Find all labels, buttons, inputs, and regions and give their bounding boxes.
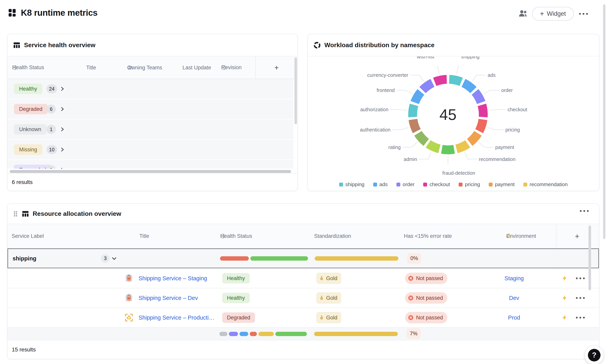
donut-slice-ads[interactable] <box>462 79 477 93</box>
legend-item-shipping[interactable]: shipping <box>339 182 364 187</box>
standardization-bar <box>315 256 398 261</box>
add-column-cell[interactable]: + <box>563 224 591 248</box>
donut-label-rating: rating <box>388 144 401 150</box>
group-row-shipping-selected[interactable]: shipping 3 0% <box>7 248 599 268</box>
add-column-icon[interactable]: + <box>575 232 579 241</box>
group-row-degraded[interactable]: Degraded 6 <box>7 99 293 119</box>
table-horizontal-scrollbar[interactable] <box>10 170 291 173</box>
col-service-label: Service Label <box>12 233 44 239</box>
col-title: Title <box>139 233 149 239</box>
legend-item-pricing[interactable]: pricing <box>459 182 480 187</box>
bar-segment <box>220 256 249 261</box>
service-link[interactable]: Shipping Service – Producti… <box>138 314 214 321</box>
row-more-options-icon[interactable] <box>576 277 585 279</box>
table-row[interactable]: Shipping Service – Producti… Degraded Go… <box>7 308 599 328</box>
donut-slice-authorization[interactable] <box>408 104 418 117</box>
donut-slice-pricing[interactable] <box>475 119 487 133</box>
environment-link[interactable]: Staging <box>484 275 544 282</box>
add-widget-button[interactable]: + Widget <box>532 7 574 21</box>
col-error-rate: Has <15% error rate <box>404 233 452 239</box>
donut-slice-wish-list[interactable] <box>433 75 447 86</box>
dashboard-page: K8 runtime metrics + Widget Service <box>0 0 607 364</box>
table-vertical-scrollbar[interactable] <box>589 225 591 290</box>
page-more-options-icon[interactable] <box>579 13 588 15</box>
table-vertical-scrollbar[interactable] <box>294 57 297 124</box>
donut-slice-order[interactable] <box>472 89 485 104</box>
service-health-column-header: Health Status Title Owning Teams Last Up… <box>7 56 297 79</box>
service-link[interactable]: Shipping Service – Staging <box>138 275 207 282</box>
legend-item-checkout[interactable]: checkout <box>423 182 450 187</box>
count-badge: 6 <box>46 104 56 114</box>
chevron-right-icon[interactable] <box>59 147 65 152</box>
donut-slice-rating[interactable] <box>414 131 429 146</box>
scorecard-badge: Not passed <box>405 273 447 284</box>
group-row-missing[interactable]: Missing 10 <box>7 140 293 159</box>
donut-slice-recommendation[interactable] <box>455 140 470 153</box>
row-more-options-icon[interactable] <box>576 297 585 299</box>
add-column-cell[interactable]: + <box>255 56 297 79</box>
donut-slice-checkout[interactable] <box>478 104 488 117</box>
legend-item-payment[interactable]: payment <box>489 182 515 187</box>
status-badge: Degraded <box>14 104 48 114</box>
donut-slice-shipping[interactable] <box>449 75 463 86</box>
actions-bolt-icon[interactable] <box>561 295 568 301</box>
donut-label-wish-list: wish-list <box>417 56 434 59</box>
environment-link[interactable]: Prod <box>484 314 544 321</box>
resource-title: Resource allocation overview <box>33 210 121 217</box>
x-circle-icon <box>408 295 414 301</box>
service-health-rows: Healthy 24 Degraded 6 Unknown 1 Missing … <box>7 79 293 169</box>
environment-link[interactable]: Dev <box>484 295 544 301</box>
donut-slice-payment[interactable] <box>467 131 482 146</box>
add-widget-label: Widget <box>547 10 566 17</box>
add-column-icon[interactable]: + <box>274 63 279 72</box>
count-badge: 1 <box>46 125 56 134</box>
legend-item-recommendation[interactable]: recommendation <box>523 182 568 187</box>
pie-chart-icon <box>313 41 321 49</box>
actions-bolt-icon[interactable] <box>561 314 568 321</box>
chevron-right-icon[interactable] <box>59 86 65 91</box>
donut-label-frontend: frontend <box>376 88 395 93</box>
donut-label-checkout: checkout <box>508 107 527 112</box>
chevron-right-icon[interactable] <box>59 127 65 132</box>
share-users-icon[interactable] <box>518 9 528 18</box>
service-link[interactable]: Shipping Service – Dev <box>138 295 198 301</box>
bar-segment <box>314 332 398 336</box>
medal-icon <box>319 295 324 300</box>
donut-slice-admin[interactable] <box>426 140 441 153</box>
donut-slice-fraud-detection[interactable] <box>441 145 455 154</box>
chevron-right-icon[interactable] <box>59 106 65 112</box>
group-row-suspended[interactable]: Suspended 1 <box>7 160 293 169</box>
chart-legend: shippingadsordercheckoutpricingpaymentre… <box>308 182 599 187</box>
table-row[interactable]: Shipping Service – Dev Healthy Gold Not … <box>7 288 599 308</box>
group-row-healthy[interactable]: Healthy 24 <box>7 79 293 99</box>
group-row-partial[interactable]: 7% <box>7 328 599 340</box>
drag-handle-icon[interactable] <box>13 210 18 217</box>
cube-service-icon <box>124 312 134 323</box>
page-scrollbar[interactable] <box>603 4 606 239</box>
group-count-badge: 3 <box>101 254 110 263</box>
actions-bolt-icon[interactable] <box>561 275 568 282</box>
row-more-options-icon[interactable] <box>576 317 585 319</box>
chevron-down-icon[interactable] <box>111 256 117 261</box>
widget-more-options-icon[interactable] <box>580 210 589 212</box>
health-status-bar <box>220 332 307 336</box>
legend-item-order[interactable]: order <box>396 182 415 187</box>
bar-segment <box>229 332 238 336</box>
legend-label: pricing <box>465 182 480 187</box>
donut-label-currency-converter: currency-converter <box>367 72 408 78</box>
donut-slice-currency-converter[interactable] <box>419 79 434 93</box>
donut-slice-frontend[interactable] <box>411 89 424 104</box>
table-row[interactable]: Shipping Service – Staging Healthy Gold … <box>7 269 599 288</box>
donut-slice-authentication[interactable] <box>409 119 421 133</box>
workload-header: Workload distribution by namespace <box>308 34 599 56</box>
col-last-update: Last Update <box>182 65 211 71</box>
label-connector <box>392 127 409 130</box>
legend-swatch <box>396 182 400 186</box>
chevron-right-icon[interactable] <box>59 167 65 169</box>
namespace-donut-chart[interactable]: shippingadsordercheckoutpricingpaymentre… <box>308 56 599 179</box>
legend-item-ads[interactable]: ads <box>373 182 388 187</box>
donut-label-ads: ads <box>488 72 496 78</box>
group-row-unknown[interactable]: Unknown 1 <box>7 119 293 139</box>
health-status-bar <box>220 256 308 261</box>
help-button[interactable]: ? <box>585 346 604 364</box>
